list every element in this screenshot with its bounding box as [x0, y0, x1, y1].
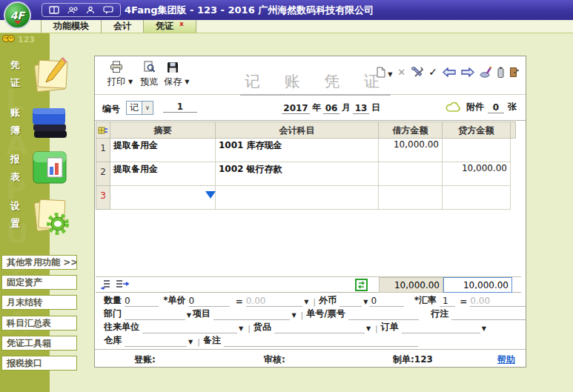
- fixed-assets-button[interactable]: 固定资产: [1, 275, 77, 290]
- save-button[interactable]: 保存: [161, 62, 185, 88]
- remark-field[interactable]: [224, 336, 418, 347]
- tab-accounting[interactable]: 会计: [102, 20, 144, 33]
- balance-icon[interactable]: [355, 279, 368, 294]
- goods-caret-icon[interactable]: ▼: [366, 325, 371, 332]
- summary-cell[interactable]: 提取备用金: [110, 139, 216, 162]
- print-button[interactable]: 打印: [105, 61, 128, 88]
- day-field[interactable]: 13: [353, 103, 369, 114]
- account-cell[interactable]: 1002 银行存款: [216, 162, 379, 186]
- price-field[interactable]: 0: [189, 296, 230, 307]
- battery-device-icon[interactable]: [497, 67, 504, 78]
- currency-caret-icon[interactable]: ▼: [363, 299, 368, 305]
- detail-form: 数量 0 *单价 0 = 0.00 ▼ | 外币 ▼ 0 *汇率 1 = 0.0…: [95, 293, 526, 347]
- voucher-panel: 打印 ▼ 预览 保存 ▼ 记 账 凭 证: [94, 56, 526, 368]
- tab-close-icon[interactable]: x: [179, 20, 184, 27]
- currency-field[interactable]: [340, 296, 362, 307]
- amount-field[interactable]: 0.00: [246, 296, 302, 307]
- col-header-summary[interactable]: 摘要: [110, 122, 216, 139]
- account-cell[interactable]: 1001 库存现金: [216, 139, 379, 162]
- users-icon[interactable]: [67, 6, 78, 14]
- col-header-credit[interactable]: 贷方金额: [443, 122, 511, 139]
- book-icon[interactable]: [49, 6, 59, 14]
- save-floppy-icon: [167, 62, 179, 76]
- cloud-icon[interactable]: [445, 102, 463, 115]
- print-dropdown-caret-icon[interactable]: ▼: [128, 79, 133, 85]
- currency-qty-field[interactable]: 0: [369, 296, 403, 307]
- summary-cell-active[interactable]: [110, 186, 216, 210]
- account-summary-button[interactable]: 科目汇总表: [1, 316, 77, 330]
- voucher-number-field[interactable]: 1: [163, 102, 197, 113]
- ledger-books-icon: [30, 101, 71, 145]
- sidebar-item-ledgers[interactable]: 账簿: [0, 101, 82, 144]
- sidebar-item-settings[interactable]: 设置: [0, 194, 82, 237]
- summary-cell[interactable]: 提取备用金: [110, 162, 216, 186]
- goods-label: 货品: [254, 321, 271, 333]
- debit-cell[interactable]: 10,000.00: [379, 139, 443, 162]
- partner-caret-icon[interactable]: ▼: [239, 325, 243, 332]
- select-caret-icon[interactable]: ∨: [142, 102, 153, 114]
- tools-icon[interactable]: [411, 66, 423, 78]
- person-icon[interactable]: [86, 6, 95, 14]
- row-number: 2: [96, 162, 110, 186]
- credit-cell[interactable]: [443, 139, 511, 162]
- check-audit-icon[interactable]: ✓: [428, 66, 437, 78]
- help-link[interactable]: 帮助: [497, 353, 515, 366]
- delete-voucher-icon[interactable]: ✕: [397, 67, 405, 78]
- titlebar-quick-icons: [42, 3, 121, 17]
- insert-line-icon[interactable]: [100, 279, 112, 293]
- debit-cell[interactable]: [379, 162, 443, 186]
- preview-button[interactable]: 预览: [137, 61, 161, 88]
- project-field[interactable]: [213, 309, 291, 320]
- order-label: 订单: [381, 321, 399, 333]
- more-functions-button[interactable]: 其他常用功能 >>: [1, 255, 77, 270]
- amount-caret-icon[interactable]: ▼: [304, 299, 308, 305]
- warehouse-caret-icon[interactable]: ▼: [188, 339, 193, 345]
- new-voucher-icon[interactable]: [376, 67, 385, 78]
- voucher-toolbox-button[interactable]: 凭证工具箱: [1, 336, 77, 351]
- insert-row-icon[interactable]: [96, 122, 110, 139]
- attach-count-field[interactable]: 0: [488, 102, 504, 113]
- month-field[interactable]: 06: [323, 103, 340, 114]
- dept-field[interactable]: [125, 309, 185, 320]
- month-end-closing-button[interactable]: 月末结转: [1, 295, 77, 310]
- voucher-type-select[interactable]: 记 ∨: [126, 101, 153, 115]
- partner-field[interactable]: [142, 322, 237, 333]
- next-arrow-icon[interactable]: [461, 67, 474, 77]
- save-dropdown-caret-icon[interactable]: ▼: [185, 79, 189, 85]
- project-caret-icon[interactable]: ▼: [291, 312, 296, 319]
- account-cell[interactable]: [216, 186, 379, 210]
- debit-cell[interactable]: [379, 186, 443, 210]
- warehouse-field[interactable]: [125, 336, 187, 347]
- rate-amount-field[interactable]: 0.00: [470, 296, 526, 307]
- col-header-debit[interactable]: 借方金额: [379, 122, 443, 139]
- seal-sign-icon[interactable]: [480, 66, 492, 78]
- voucher-no-label: 编号: [102, 103, 120, 116]
- credit-total[interactable]: 10,000.00: [443, 277, 512, 293]
- prev-arrow-icon[interactable]: [443, 67, 456, 77]
- billno-field[interactable]: [348, 309, 420, 320]
- append-line-icon[interactable]: [115, 279, 130, 293]
- sidebar-item-voucher[interactable]: 凭证: [0, 53, 82, 96]
- order-field[interactable]: [402, 322, 480, 333]
- goods-field[interactable]: [274, 322, 365, 333]
- tax-interface-button[interactable]: 报税接口: [1, 356, 77, 371]
- partner-label: 往来单位: [104, 321, 139, 333]
- linenote-field[interactable]: [451, 309, 526, 320]
- summary-dropdown-icon[interactable]: [205, 191, 216, 199]
- col-header-account[interactable]: 会计科目: [216, 122, 379, 139]
- dept-caret-icon[interactable]: ▼: [187, 312, 191, 319]
- rate-field[interactable]: 1: [440, 296, 455, 307]
- title-bar: 4Fang集团版 - 123 - 2016 广州海然数码科技有限公司: [0, 0, 573, 20]
- window-title: 4Fang集团版 - 123 - 2016 广州海然数码科技有限公司: [125, 0, 374, 20]
- year-field[interactable]: 2017: [282, 103, 310, 114]
- tab-voucher[interactable]: 凭证x: [144, 20, 196, 33]
- order-caret-icon[interactable]: ▼: [482, 325, 486, 332]
- sidebar-item-reports[interactable]: 报表: [0, 147, 82, 190]
- new-dropdown-caret-icon[interactable]: ▼: [388, 71, 392, 78]
- tab-function-modules[interactable]: 功能模块: [41, 20, 102, 33]
- credit-cell[interactable]: 10,000.00: [443, 162, 511, 186]
- message-icon[interactable]: [103, 6, 113, 14]
- credit-cell[interactable]: [443, 186, 511, 210]
- qty-field[interactable]: 0: [125, 296, 159, 307]
- exit-door-icon[interactable]: [509, 67, 519, 78]
